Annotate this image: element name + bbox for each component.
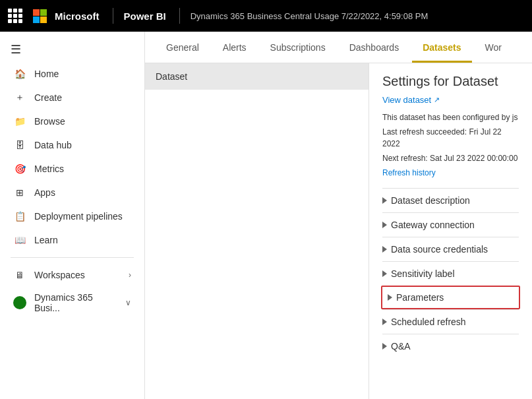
plus-icon: ＋ [13,91,26,104]
sidebar-item-browse[interactable]: 📁 Browse [3,109,142,133]
sidebar-divider [11,257,134,258]
sidebar-item-learn[interactable]: 📖 Learn [3,228,142,252]
tab-general[interactable]: General [156,34,210,63]
microsoft-logo [33,9,47,23]
tab-dashboards[interactable]: Dashboards [339,34,410,63]
collapse-triangle-scheduled [382,319,387,325]
page-title: Dynamics 365 Business Central Usage 7/22… [191,11,429,21]
collapse-triangle-sensitivity [382,270,387,277]
sidebar-item-metrics[interactable]: 🎯 Metrics [3,157,142,181]
product-name: Power BI [124,11,166,22]
section-qa[interactable]: Q&A [382,334,519,358]
sidebar-item-create[interactable]: ＋ Create [3,86,142,109]
deployment-icon: 📋 [13,210,26,223]
section-scheduled-refresh[interactable]: Scheduled refresh [382,309,519,334]
waffle-icon[interactable] [8,9,22,23]
tab-workloads[interactable]: Wor [475,34,512,63]
sidebar: ☰ 🏠 Home ＋ Create 📁 Browse 🗄 Data hub 🎯 … [0,32,145,399]
main-layout: ☰ 🏠 Home ＋ Create 📁 Browse 🗄 Data hub 🎯 … [0,32,532,399]
workspaces-left: 🖥 Workspaces [13,268,85,282]
last-refresh-text: Last refresh succeeded: Fri Jul 22 2022 [382,126,519,150]
chevron-right-icon: › [129,270,131,280]
two-panel: Dataset Settings for Dataset View datase… [145,63,532,399]
section-gateway-connection[interactable]: Gateway connection [382,212,519,237]
content-area: General Alerts Subscriptions Dashboards … [145,32,532,399]
tab-bar: General Alerts Subscriptions Dashboards … [145,32,532,63]
section-dataset-description[interactable]: Dataset description [382,188,519,212]
learn-icon: 📖 [13,233,26,247]
section-parameters[interactable]: Parameters [381,286,520,309]
tab-datasets[interactable]: Datasets [412,34,471,63]
collapse-triangle-datasource [382,246,387,253]
settings-panel: Settings for Dataset View dataset ↗ This… [369,63,532,399]
sidebar-learn-label: Learn [34,235,58,245]
dynamics-left: Dynamics 365 Busi... [13,292,117,313]
collapse-triangle-qa [382,343,387,350]
sidebar-metrics-label: Metrics [34,164,64,174]
section-data-source-credentials[interactable]: Data source credentials [382,237,519,261]
sidebar-item-datahub[interactable]: 🗄 Data hub [3,133,142,157]
microsoft-brand: Microsoft [55,11,100,22]
tab-subscriptions[interactable]: Subscriptions [260,34,336,63]
sidebar-dynamics-label: Dynamics 365 Busi... [34,292,117,313]
sidebar-item-deployment[interactable]: 📋 Deployment pipelines [3,204,142,228]
sidebar-home-label: Home [34,69,59,79]
sidebar-item-apps[interactable]: ⊞ Apps [3,181,142,204]
view-dataset-link[interactable]: View dataset ↗ [382,95,440,105]
apps-icon: ⊞ [13,186,26,199]
datahub-icon: 🗄 [13,138,26,152]
home-icon: 🏠 [13,67,26,80]
collapse-triangle-dataset-desc [382,197,387,204]
sidebar-workspaces-label: Workspaces [34,270,85,280]
sidebar-datahub-label: Data hub [34,140,72,150]
section-sensitivity-label[interactable]: Sensitivity label [382,261,519,286]
dataset-item[interactable]: Dataset [145,63,369,90]
top-bar: Microsoft Power BI Dynamics 365 Business… [0,0,532,32]
settings-title: Settings for Dataset [382,74,519,89]
settings-sections: Dataset description Gateway connection D… [382,188,519,358]
external-link-icon: ↗ [434,96,440,104]
browse-icon: 📁 [13,115,26,128]
hamburger-button[interactable]: ☰ [0,37,144,62]
sidebar-browse-label: Browse [34,116,65,127]
configured-by-text: This dataset has been configured by js [382,111,519,123]
tab-alerts[interactable]: Alerts [212,34,257,63]
sidebar-item-home[interactable]: 🏠 Home [3,62,142,86]
topbar-divider2 [179,8,180,24]
topbar-divider [113,8,113,24]
workspaces-icon: 🖥 [13,268,26,282]
collapse-triangle-gateway [382,222,387,228]
sidebar-deployment-label: Deployment pipelines [34,211,123,222]
refresh-history-link[interactable]: Refresh history [382,168,436,177]
sidebar-create-label: Create [34,92,62,103]
collapse-triangle-parameters [388,294,392,301]
sidebar-item-workspaces[interactable]: 🖥 Workspaces › [3,263,142,287]
sidebar-item-dynamics[interactable]: Dynamics 365 Busi... ∨ [3,287,142,319]
next-refresh-text: Next refresh: Sat Jul 23 2022 00:00:00 [382,152,519,164]
dataset-list-panel: Dataset [145,63,369,399]
chevron-down-icon: ∨ [125,298,131,307]
metrics-icon: 🎯 [13,162,26,175]
sidebar-apps-label: Apps [34,187,55,198]
dynamics-icon [13,296,26,309]
